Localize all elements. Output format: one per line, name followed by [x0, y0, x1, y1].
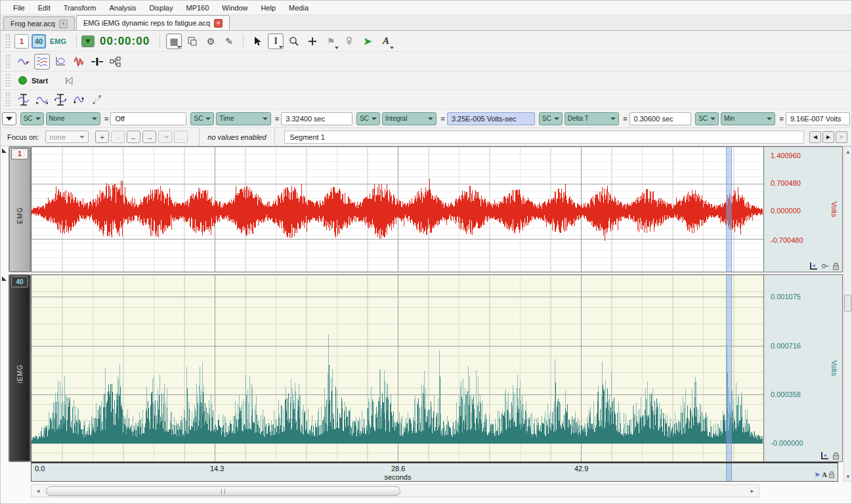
menu-window[interactable]: Window: [216, 2, 253, 14]
axis-setup-icon[interactable]: [820, 452, 830, 460]
measurement-rows-dropdown-button[interactable]: [2, 112, 16, 125]
axis-setup-icon[interactable]: [809, 262, 819, 270]
tab-label: EMG iEMG dynamic reps to fatigue.acq: [83, 19, 210, 27]
reset-chart-icon[interactable]: [89, 92, 105, 108]
menu-display[interactable]: Display: [143, 2, 179, 14]
horizontal-scrollbar-thumb[interactable]: [46, 486, 400, 496]
autoscale-time-icon[interactable]: A: [822, 471, 827, 478]
tile-layout-icon[interactable]: [108, 54, 123, 70]
iemg-waveform-plot[interactable]: [31, 274, 763, 462]
scope-mode-icon[interactable]: [16, 54, 32, 70]
focus-more-button[interactable]: …: [174, 131, 188, 143]
pushpin-tool-button[interactable]: [341, 33, 357, 49]
measurement-4-channel-select[interactable]: SC: [539, 112, 563, 125]
scroll-left-icon[interactable]: ◄: [33, 486, 43, 496]
tab-frog-hear[interactable]: Frog hear.acq ×: [3, 16, 75, 30]
measurement-1-function-select[interactable]: None: [46, 112, 100, 125]
horizontal-scrollbar[interactable]: ◄ ►: [31, 484, 759, 497]
focus-jump-button[interactable]: ⇥: [158, 131, 172, 143]
text-annotation-tool-button[interactable]: A: [378, 33, 394, 49]
focus-prev-button[interactable]: ←: [127, 131, 140, 143]
channel-iemg-row: 40 iEMG 0.001075 0.000716 0.000358 -0.00…: [1, 274, 843, 462]
toolbar-grip[interactable]: [6, 93, 10, 106]
measurement-2-function-select[interactable]: Time: [216, 112, 270, 125]
measurement-3-function-select[interactable]: Integral: [382, 112, 437, 125]
autoscale-horizontal-icon[interactable]: [34, 92, 50, 108]
chart-mode-icon[interactable]: [34, 54, 50, 70]
xy-mode-icon[interactable]: [53, 54, 68, 70]
toolbar-grip[interactable]: [6, 34, 10, 49]
lock-scale-icon[interactable]: [832, 452, 840, 460]
channel-iemg-number[interactable]: 40: [11, 276, 28, 287]
focus-remove-button[interactable]: -: [111, 131, 125, 143]
selection-cursor[interactable]: [726, 147, 732, 272]
time-axis-bar[interactable]: 0.0 14.3 28.6 42.9 seconds ➤ A: [31, 462, 838, 482]
collapse-channel-iemg-button[interactable]: [2, 276, 7, 281]
segment-prev-icon[interactable]: ◄: [809, 131, 821, 143]
channel-40-button[interactable]: 40: [32, 34, 46, 49]
focus-next-button[interactable]: →: [142, 131, 156, 143]
segment-options-button[interactable]: ➤: [836, 131, 847, 143]
focus-add-button[interactable]: +: [95, 131, 109, 143]
vertical-scrollbar-thumb[interactable]: [844, 295, 851, 312]
emg-waveform-plot[interactable]: [31, 146, 763, 272]
segment-label-field[interactable]: Segment 1: [284, 131, 804, 144]
preferences-gears-button[interactable]: ⚙: [203, 33, 219, 49]
lock-scale-icon[interactable]: [832, 262, 840, 270]
toolbar-grip[interactable]: [6, 54, 10, 68]
measurement-1-channel-select[interactable]: SC: [20, 112, 44, 125]
menu-file[interactable]: File: [7, 2, 31, 14]
overlap-segments-icon[interactable]: [71, 54, 87, 70]
menu-edit[interactable]: Edit: [32, 2, 56, 14]
event-flag-tool-button[interactable]: ⚑: [323, 33, 339, 49]
measurement-3-channel-select[interactable]: SC: [356, 112, 380, 125]
vertical-scrollbar[interactable]: ▲ ▼: [843, 146, 852, 482]
measurement-4-function-select[interactable]: Delta T: [564, 112, 619, 125]
tab-emg-iemg-fatigue[interactable]: EMG iEMG dynamic reps to fatigue.acq ×: [76, 15, 230, 30]
iemg-vertical-axis[interactable]: 0.001075 0.000716 0.000358 -0.000000 Vol…: [763, 274, 843, 462]
marker-mode-icon[interactable]: [89, 54, 105, 70]
close-tab-icon[interactable]: ×: [214, 19, 223, 28]
autoplot-skip-icon[interactable]: ➤: [814, 470, 820, 479]
measurement-5-function-select[interactable]: Min: [721, 112, 775, 125]
channel-1-button[interactable]: 1: [14, 34, 29, 49]
chart-area: 1 EMG 1.400960 0.700480 0.000000 -0.7004…: [1, 146, 851, 504]
scroll-right-icon[interactable]: ►: [747, 486, 757, 496]
measurement-2-channel-select[interactable]: SC: [190, 112, 214, 125]
menu-help[interactable]: Help: [255, 2, 282, 14]
collapse-channel-emg-button[interactable]: [2, 148, 7, 153]
focus-selector[interactable]: none: [45, 131, 89, 143]
menu-analysis[interactable]: Analysis: [103, 2, 142, 14]
acquisition-status-icon: [81, 35, 95, 47]
channel-emg-number[interactable]: 1: [11, 148, 28, 159]
start-button[interactable]: Start: [32, 77, 48, 85]
rewind-to-start-icon[interactable]: [61, 73, 77, 89]
channel-emg-bar[interactable]: 1 EMG: [9, 146, 31, 272]
zoom-previous-icon[interactable]: [71, 92, 87, 108]
journal-button[interactable]: ✎: [221, 33, 237, 49]
pin-axis-icon[interactable]: [821, 262, 830, 270]
channel-iemg-bar[interactable]: 40 iEMG: [9, 274, 31, 462]
start-record-icon[interactable]: [18, 76, 27, 85]
toolbar-grip[interactable]: [6, 74, 10, 87]
crosshair-tool-button[interactable]: [305, 33, 320, 49]
zoom-tool-button[interactable]: [286, 33, 302, 49]
arrow-tool-button[interactable]: [249, 33, 265, 49]
go-to-event-button[interactable]: ➤: [360, 33, 375, 49]
autoscale-vertical-icon[interactable]: [16, 92, 32, 108]
menu-transform[interactable]: Transform: [58, 2, 102, 14]
tile-windows-button[interactable]: [184, 33, 200, 49]
lock-time-scale-icon[interactable]: [828, 471, 835, 478]
ibeam-selection-tool-button[interactable]: I: [268, 33, 284, 49]
selection-cursor[interactable]: [726, 275, 732, 461]
scroll-down-icon[interactable]: ▼: [844, 472, 852, 481]
menu-media[interactable]: Media: [283, 2, 314, 14]
close-tab-icon[interactable]: ×: [59, 20, 68, 28]
emg-vertical-axis[interactable]: 1.400960 0.700480 0.000000 -0.700480 Vol…: [763, 146, 843, 272]
menu-mp160[interactable]: MP160: [180, 2, 215, 14]
measurement-5-channel-select[interactable]: SC: [695, 112, 719, 125]
grid-options-button[interactable]: ▦: [166, 33, 182, 49]
autoscale-all-icon[interactable]: [53, 92, 68, 108]
scroll-up-icon[interactable]: ▲: [844, 147, 852, 156]
segment-next-icon[interactable]: ►: [822, 131, 834, 143]
